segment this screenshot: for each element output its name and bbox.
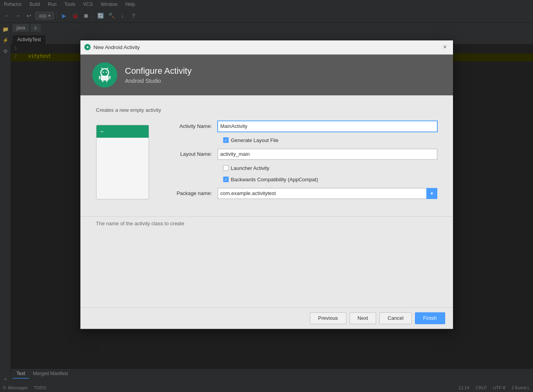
layout-name-input[interactable] (218, 149, 437, 160)
dialog-footer: Previous Next Cancel Finish (80, 307, 453, 329)
dialog-title-icon: ✦ (84, 44, 91, 50)
package-name-input[interactable] (218, 188, 426, 199)
android-studio-subtitle: Android Studio (125, 78, 192, 84)
launcher-activity-label: Launcher Activity (231, 165, 269, 171)
previous-button[interactable]: Previous (310, 312, 346, 324)
preview-back-arrow: ← (100, 128, 106, 135)
launcher-activity-row: Launcher Activity (163, 165, 437, 171)
activity-name-row: Activity Name: (163, 121, 437, 132)
dialog-header: Configure Activity Android Studio (80, 55, 453, 95)
preview-phone-body (96, 138, 149, 199)
backwards-compat-row: Backwards Compatibility (AppCompat) (163, 177, 437, 182)
launcher-activity-checkbox-item[interactable]: Launcher Activity (223, 165, 269, 171)
backwards-compat-label: Backwards Compatibility (AppCompat) (231, 177, 318, 182)
generate-layout-checkbox[interactable] (223, 137, 229, 143)
launcher-activity-checkbox[interactable] (223, 165, 229, 171)
dialog-hint: The name of the activity class to create (80, 216, 453, 230)
svg-line-4 (107, 68, 108, 69)
dialog-titlebar: ✦ New Android Activity × (80, 40, 453, 55)
dialog-close-button[interactable]: × (441, 43, 449, 51)
backwards-compat-checkbox[interactable] (223, 177, 229, 182)
next-button[interactable]: Next (349, 312, 377, 324)
generate-layout-label: Generate Layout File (231, 137, 278, 143)
package-name-row: Package name: ▾ (163, 188, 437, 199)
android-logo-svg (97, 67, 113, 83)
layout-name-label: Layout Name: (163, 151, 218, 157)
generate-layout-checkbox-item[interactable]: Generate Layout File (223, 137, 278, 143)
svg-rect-8 (102, 80, 104, 82)
dialog-body: Creates a new empty activity ← Activi (80, 95, 453, 307)
configure-activity-title: Configure Activity (125, 66, 192, 76)
preview-phone: ← (96, 125, 149, 199)
form-area: ← Activity Name: (96, 121, 437, 204)
svg-point-0 (101, 69, 109, 77)
form-fields: Activity Name: Generate Layout File Layo… (163, 121, 437, 204)
backwards-compat-checkbox-item[interactable]: Backwards Compatibility (AppCompat) (223, 177, 318, 182)
preview-phone-header: ← (96, 125, 149, 138)
svg-rect-5 (101, 76, 109, 80)
package-name-label: Package name: (163, 190, 218, 196)
layout-name-row: Layout Name: (163, 149, 437, 160)
svg-point-2 (106, 71, 107, 73)
preview-pane: ← (96, 125, 151, 204)
package-name-dropdown-button[interactable]: ▾ (426, 188, 437, 199)
package-name-input-group: ▾ (218, 188, 437, 199)
description-text: Creates a new empty activity (96, 107, 437, 113)
generate-layout-row: Generate Layout File (163, 137, 437, 143)
svg-point-1 (102, 71, 104, 73)
svg-rect-9 (106, 80, 107, 82)
activity-name-label: Activity Name: (163, 123, 218, 129)
dialog-content: Creates a new empty activity ← Activi (80, 103, 453, 208)
finish-button[interactable]: Finish (415, 312, 445, 324)
android-logo (92, 62, 117, 88)
dialog-header-text: Configure Activity Android Studio (125, 66, 192, 84)
cancel-button[interactable]: Cancel (379, 312, 411, 324)
activity-name-input[interactable] (218, 121, 437, 132)
svg-rect-7 (109, 76, 111, 79)
new-android-activity-dialog: ✦ New Android Activity × (80, 40, 453, 329)
dialog-title-text: New Android Activity (94, 44, 441, 50)
svg-line-3 (102, 68, 103, 69)
svg-rect-6 (99, 76, 100, 79)
